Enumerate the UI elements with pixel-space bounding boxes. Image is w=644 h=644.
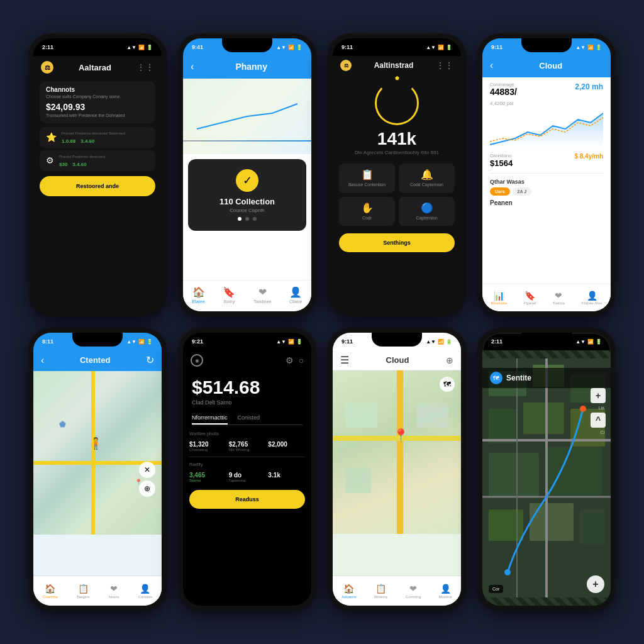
svg-rect-9	[545, 447, 602, 497]
status-icons: ▲▼ 📶 🔋	[575, 339, 602, 345]
p7-menu-icon[interactable]: ☰	[340, 354, 349, 366]
phone-8-status-bar: 2:11 ▲▼ 📶 🔋	[482, 333, 611, 350]
p6-label-2: Raelity	[189, 462, 226, 467]
p8-badge: Cor	[489, 585, 503, 593]
p2-header-title: Phanny	[199, 62, 304, 72]
p3-action-1[interactable]: 📋 Basuse Contention	[339, 164, 395, 192]
p3-main-number: 141k	[340, 129, 453, 149]
phone-2-notch	[222, 38, 272, 52]
p6-circle-icon[interactable]: ○	[299, 355, 304, 365]
signal-icon: ▲▼	[126, 339, 136, 345]
p4-back-button[interactable]: ‹	[490, 60, 493, 71]
p4-toggle-2[interactable]: 2A J	[513, 187, 532, 196]
p5-back-button[interactable]: ‹	[41, 355, 44, 366]
p1-menu-dots[interactable]: ⋮⋮	[136, 62, 154, 72]
p5-nav-2[interactable]: 📋 Taegins	[77, 584, 90, 599]
p6-r2-val-2: 9 do Tapternna	[229, 472, 266, 482]
p5-nav-4[interactable]: 👤 Conntes	[138, 584, 152, 599]
p3-menu-dots[interactable]: ⋮⋮	[436, 60, 453, 70]
p5-nav-3[interactable]: ❤ Noans	[108, 584, 119, 599]
wifi-icon: 📶	[587, 45, 594, 50]
p4-nav-4-label: Frantte Ahm	[582, 301, 602, 305]
p1-item-1-desc: Proned Predense denocted Setermed	[62, 131, 149, 136]
p6-settings-icon[interactable]: ⚙	[286, 355, 294, 365]
p7-nav-2[interactable]: 📋 Binanny	[374, 584, 388, 599]
p1-item-1[interactable]: ⭐ Proned Predense denocted Setermed 1.0.…	[40, 127, 155, 148]
status-icons: ▲▼ 📶 🔋	[575, 45, 602, 50]
p4-toggle-row: Uars 2A J	[490, 187, 603, 196]
p2-back-button[interactable]: ‹	[191, 61, 194, 72]
p2-map-svg	[183, 79, 311, 154]
p8-zoom-in[interactable]: +	[591, 388, 606, 403]
p1-header: ⚖ Aaltarad ⋮⋮	[33, 56, 162, 77]
p4-nav-1[interactable]: 📊 Rinstratta	[491, 291, 507, 305]
p3-action-4[interactable]: 🔵 Capternion	[399, 197, 455, 226]
p3-action-2[interactable]: 🔔 Codd Capternion	[399, 164, 455, 192]
p8-zoom-label-1: Lia	[591, 406, 606, 410]
p4-nav-1-label: Rinstratta	[491, 301, 507, 305]
p2-map-line	[183, 140, 311, 142]
p4-nav-3[interactable]: ❤ Tiainca	[553, 291, 565, 305]
p7-map-type-icon[interactable]: ⊕	[446, 355, 453, 365]
p5-header: ‹ Ctented ↻	[33, 350, 162, 371]
p3-cta-button[interactable]: Senthings	[339, 233, 455, 252]
p4-toggle-1[interactable]: Uars	[490, 187, 510, 196]
p4-price-sub: $ 8.4y/mh	[574, 153, 603, 160]
phone-3-notch	[372, 38, 422, 52]
p4-nav-3-label: Tiainca	[553, 301, 565, 305]
status-time: 8:11	[42, 338, 53, 345]
p1-card-sub: Choose suits Company Conany some.	[46, 94, 149, 99]
p5-nav-1[interactable]: 🏠 Coennns	[43, 584, 58, 599]
svg-rect-6	[523, 402, 564, 434]
profile-icon: 👤	[289, 286, 302, 298]
status-time: 9:11	[341, 338, 353, 345]
p3-action-3[interactable]: ✋ Codr	[339, 197, 395, 226]
p1-item-1-icon: ⭐	[46, 132, 57, 142]
phone-2: 9:41 ▲▼ 📶 🔋 ‹ Phanny ✓ 110 Collection	[178, 33, 316, 316]
p5-map-btn[interactable]: ✕	[139, 462, 155, 478]
p2-nav-home[interactable]: 🏠 Etaree	[192, 286, 205, 304]
p2-nav-favorites[interactable]: ❤ Tandinee	[253, 286, 271, 304]
p6-tab-1[interactable]: Nforrermacttic	[192, 412, 228, 425]
p1-item-1-content: Proned Predense denocted Setermed 1.0.88…	[62, 131, 149, 144]
p8-zoom-plus-btn[interactable]: +	[587, 575, 604, 593]
p1-item-2[interactable]: ⚙ Prankd Predense denocted $30 3.4.60	[40, 150, 155, 171]
p6-r2-v3: 3.1k	[268, 472, 305, 479]
p4-nav-4-icon: 👤	[587, 291, 597, 301]
p1-title: Aaltarad	[79, 63, 111, 72]
p5-refresh-icon[interactable]: ↻	[146, 354, 154, 366]
p4-nav-2[interactable]: 🔖 Pganal	[524, 291, 536, 305]
phone-6-notch	[222, 333, 272, 347]
p4-pbl-label: 4,4200 pbl	[482, 99, 611, 108]
svg-rect-12	[580, 509, 605, 544]
p5-nav-3-label: Noans	[108, 595, 119, 599]
p7-nav-4[interactable]: 👤 Msonne	[438, 584, 452, 599]
p6-grid-row2-label: Raelity	[183, 460, 311, 469]
p2-nav-profile[interactable]: 👤 Ctlatre	[289, 286, 303, 304]
svg-point-17	[504, 569, 511, 575]
p1-item-2-icon: ⚙	[46, 155, 54, 165]
p2-nav-bookmarks[interactable]: 🔖 Boiny	[223, 286, 235, 304]
p4-nav-4[interactable]: 👤 Frantte Ahm	[582, 291, 602, 305]
p6-val-2-sub: Nbt Wristing	[229, 448, 266, 452]
p1-main-card: Channots Choose suits Company Conany som…	[40, 81, 155, 123]
p6-tab-2[interactable]: Conisted	[238, 412, 260, 425]
p7-nav-3[interactable]: ❤ Comning	[406, 584, 421, 599]
p1-card-title: Channots	[46, 86, 149, 93]
p7-nav-1[interactable]: 🏠 Adcanns	[341, 584, 356, 599]
p7-layers-btn[interactable]: 🗺	[440, 377, 455, 392]
battery-icon: 🔋	[446, 45, 452, 50]
p1-cta-button[interactable]: Restoored ande	[40, 176, 155, 196]
p6-grid-val-2: $2,765 Nbt Wristing	[229, 441, 266, 452]
phone-5-screen: ‹ Ctented ↻ ⬟ 📍 🧍 ⊕ ✕ 🏠 Coennns 📋	[33, 350, 162, 606]
p6-r2-v2-sub: Tapternna	[229, 479, 266, 482]
battery-icon: 🔋	[296, 45, 303, 50]
wifi-icon: 📶	[438, 45, 444, 50]
p5-location-btn[interactable]: ⊕	[139, 480, 155, 497]
p7-block-1	[345, 403, 377, 428]
p6-cta-button[interactable]: Readuss	[189, 490, 305, 509]
p6-val-1: $1,320	[189, 441, 226, 448]
p8-zoom-up[interactable]: ^	[591, 413, 606, 428]
svg-rect-10	[489, 509, 523, 541]
phone-7-screen: ☰ Cloud ⊕ 📍 🗺 🏠 Adcanns 📋	[333, 350, 461, 606]
